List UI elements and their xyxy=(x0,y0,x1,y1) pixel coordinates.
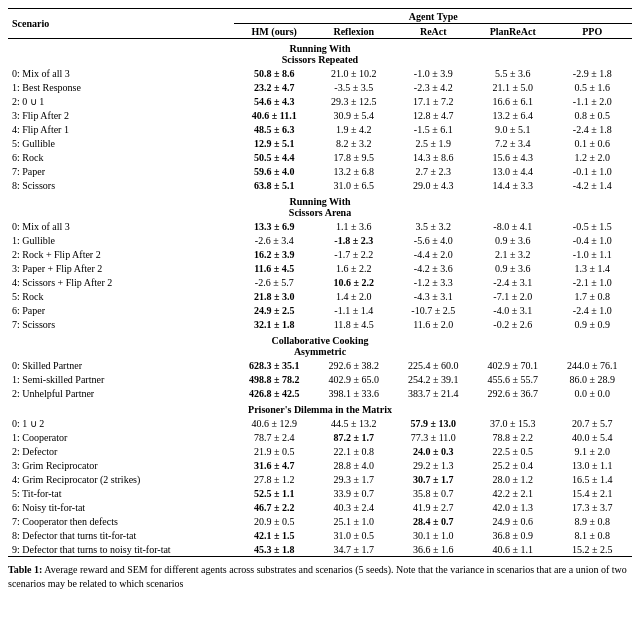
section-title: Running WithScissors Repeated xyxy=(8,39,632,67)
row-value: 17.8 ± 9.5 xyxy=(314,150,394,164)
row-value: 78.7 ± 2.4 xyxy=(234,430,314,444)
table-row: 6: Rock50.5 ± 4.417.8 ± 9.514.3 ± 8.615.… xyxy=(8,150,632,164)
table-row: 9: Defector that turns to noisy tit-for-… xyxy=(8,542,632,557)
row-label: 0: Mix of all 3 xyxy=(8,219,234,233)
table-row: 2: Rock + Flip After 216.2 ± 3.9-1.7 ± 2… xyxy=(8,247,632,261)
section-header-row: Collaborative CookingAsymmetric xyxy=(8,331,632,358)
row-value: 426.8 ± 42.5 xyxy=(234,386,314,400)
row-label: 1: Cooperator xyxy=(8,430,234,444)
row-value: 0.9 ± 3.6 xyxy=(473,261,553,275)
row-value: 455.6 ± 55.7 xyxy=(473,372,553,386)
row-value: 14.4 ± 3.3 xyxy=(473,178,553,192)
row-value: -2.3 ± 4.2 xyxy=(393,80,473,94)
row-value: 13.0 ± 1.1 xyxy=(552,458,632,472)
row-label: 3: Paper + Flip After 2 xyxy=(8,261,234,275)
row-value: 30.7 ± 1.7 xyxy=(393,472,473,486)
row-value: 15.2 ± 2.5 xyxy=(552,542,632,557)
row-label: 2: Rock + Flip After 2 xyxy=(8,247,234,261)
row-value: 42.0 ± 1.3 xyxy=(473,500,553,514)
section-header-row: Prisoner's Dilemma in the Matrix xyxy=(8,400,632,416)
row-value: 13.3 ± 6.9 xyxy=(234,219,314,233)
row-value: 11.8 ± 4.5 xyxy=(314,317,394,331)
row-value: 40.6 ± 11.1 xyxy=(234,108,314,122)
row-value: 11.6 ± 2.0 xyxy=(393,317,473,331)
row-value: 244.0 ± 76.1 xyxy=(552,358,632,372)
row-value: 1.4 ± 2.0 xyxy=(314,289,394,303)
row-label: 6: Paper xyxy=(8,303,234,317)
row-value: -2.4 ± 1.0 xyxy=(552,303,632,317)
table-row: 0: Mix of all 313.3 ± 6.91.1 ± 3.63.5 ± … xyxy=(8,219,632,233)
row-value: 16.6 ± 6.1 xyxy=(473,94,553,108)
row-value: 8.9 ± 0.8 xyxy=(552,514,632,528)
row-label: 1: Semi-skilled Partner xyxy=(8,372,234,386)
row-value: 42.1 ± 1.5 xyxy=(234,528,314,542)
row-value: 7.2 ± 3.4 xyxy=(473,136,553,150)
table-row: 0: 1 ∪ 240.6 ± 12.944.5 ± 13.257.9 ± 13.… xyxy=(8,416,632,430)
row-value: 34.7 ± 1.7 xyxy=(314,542,394,557)
table-row: 4: Scissors + Flip After 2-2.6 ± 5.710.6… xyxy=(8,275,632,289)
row-value: 22.5 ± 0.5 xyxy=(473,444,553,458)
row-value: 398.1 ± 33.6 xyxy=(314,386,394,400)
row-value: 2.1 ± 3.2 xyxy=(473,247,553,261)
row-label: 7: Paper xyxy=(8,164,234,178)
row-value: 31.0 ± 6.5 xyxy=(314,178,394,192)
row-value: 40.0 ± 5.4 xyxy=(552,430,632,444)
row-value: 54.6 ± 4.3 xyxy=(234,94,314,108)
row-label: 2: Unhelpful Partner xyxy=(8,386,234,400)
row-value: 254.2 ± 39.1 xyxy=(393,372,473,386)
row-value: 40.6 ± 12.9 xyxy=(234,416,314,430)
row-label: 8: Scissors xyxy=(8,178,234,192)
row-value: 225.4 ± 60.0 xyxy=(393,358,473,372)
row-label: 2: Defector xyxy=(8,444,234,458)
row-value: 8.2 ± 3.2 xyxy=(314,136,394,150)
row-value: 3.5 ± 3.2 xyxy=(393,219,473,233)
ppo-col-header: PPO xyxy=(552,24,632,39)
row-value: 29.2 ± 1.3 xyxy=(393,458,473,472)
row-label: 7: Cooperator then defects xyxy=(8,514,234,528)
row-value: -1.0 ± 1.1 xyxy=(552,247,632,261)
row-value: 9.0 ± 5.1 xyxy=(473,122,553,136)
row-value: -7.1 ± 2.0 xyxy=(473,289,553,303)
row-value: 8.1 ± 0.8 xyxy=(552,528,632,542)
row-value: 15.6 ± 4.3 xyxy=(473,150,553,164)
row-value: 36.6 ± 1.6 xyxy=(393,542,473,557)
row-value: 9.1 ± 2.0 xyxy=(552,444,632,458)
row-value: -1.2 ± 3.3 xyxy=(393,275,473,289)
row-value: 25.1 ± 1.0 xyxy=(314,514,394,528)
row-value: 12.9 ± 5.1 xyxy=(234,136,314,150)
row-label: 7: Scissors xyxy=(8,317,234,331)
section-header-row: Running WithScissors Repeated xyxy=(8,39,632,67)
table-row: 0: Mix of all 350.8 ± 8.621.0 ± 10.2-1.0… xyxy=(8,66,632,80)
row-value: 402.9 ± 70.1 xyxy=(473,358,553,372)
row-value: 15.4 ± 2.1 xyxy=(552,486,632,500)
section-title: Running WithScissors Arena xyxy=(8,192,632,219)
row-value: -10.7 ± 2.5 xyxy=(393,303,473,317)
row-value: 21.0 ± 10.2 xyxy=(314,66,394,80)
row-value: 1.9 ± 4.2 xyxy=(314,122,394,136)
row-value: 50.8 ± 8.6 xyxy=(234,66,314,80)
row-value: 14.3 ± 8.6 xyxy=(393,150,473,164)
table-row: 1: Gullible-2.6 ± 3.4-1.8 ± 2.3-5.6 ± 4.… xyxy=(8,233,632,247)
row-value: -2.9 ± 1.8 xyxy=(552,66,632,80)
row-value: 28.0 ± 1.2 xyxy=(473,472,553,486)
row-value: 31.6 ± 4.7 xyxy=(234,458,314,472)
row-value: 46.7 ± 2.2 xyxy=(234,500,314,514)
react-col-header: ReAct xyxy=(393,24,473,39)
row-value: 0.1 ± 0.6 xyxy=(552,136,632,150)
row-value: 86.0 ± 28.9 xyxy=(552,372,632,386)
row-value: -4.2 ± 3.6 xyxy=(393,261,473,275)
row-label: 6: Rock xyxy=(8,150,234,164)
row-label: 9: Defector that turns to noisy tit-for-… xyxy=(8,542,234,557)
row-value: -2.4 ± 3.1 xyxy=(473,275,553,289)
row-value: 48.5 ± 6.3 xyxy=(234,122,314,136)
row-value: 22.1 ± 0.8 xyxy=(314,444,394,458)
row-value: 23.2 ± 4.7 xyxy=(234,80,314,94)
row-value: 13.2 ± 6.4 xyxy=(473,108,553,122)
row-value: 24.9 ± 0.6 xyxy=(473,514,553,528)
row-label: 8: Defector that turns tit-for-tat xyxy=(8,528,234,542)
row-value: -2.4 ± 1.8 xyxy=(552,122,632,136)
row-value: -1.5 ± 6.1 xyxy=(393,122,473,136)
row-value: 33.9 ± 0.7 xyxy=(314,486,394,500)
scenario-col-header: Scenario xyxy=(8,9,234,39)
row-value: -3.5 ± 3.5 xyxy=(314,80,394,94)
